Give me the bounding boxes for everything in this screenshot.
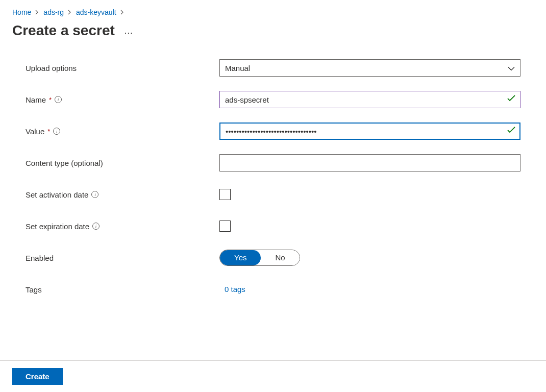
- activation-date-checkbox[interactable]: [219, 189, 231, 200]
- page-title: Create a secret: [12, 22, 115, 39]
- footer-bar: Create: [0, 360, 546, 392]
- page-header: Create a secret …: [0, 20, 546, 59]
- breadcrumb-home[interactable]: Home: [12, 8, 31, 16]
- value-input[interactable]: [219, 122, 520, 140]
- chevron-right-icon: [68, 9, 72, 16]
- breadcrumb-ads-keyvault[interactable]: ads-keyvault: [76, 8, 116, 16]
- upload-options-select[interactable]: Manual: [219, 59, 520, 77]
- checkmark-icon: [507, 127, 515, 136]
- enabled-no[interactable]: No: [261, 250, 299, 265]
- breadcrumb-ads-rg[interactable]: ads-rg: [43, 8, 64, 16]
- enabled-label: Enabled: [26, 254, 219, 262]
- tags-label: Tags: [26, 285, 219, 294]
- upload-options-label: Upload options: [26, 64, 219, 72]
- enabled-toggle[interactable]: Yes No: [219, 250, 300, 266]
- chevron-right-icon: [120, 9, 125, 16]
- info-icon[interactable]: i: [92, 223, 100, 230]
- content-type-input[interactable]: [219, 154, 520, 172]
- breadcrumb: Home ads-rg ads-keyvault: [0, 0, 546, 20]
- value-label: Value * i: [26, 127, 219, 136]
- info-icon[interactable]: i: [91, 191, 98, 198]
- name-label: Name * i: [26, 95, 219, 104]
- tags-link[interactable]: 0 tags: [219, 285, 245, 293]
- expiration-date-label: Set expiration date i: [26, 222, 219, 231]
- required-indicator: *: [47, 128, 50, 135]
- info-icon[interactable]: i: [55, 96, 62, 103]
- info-icon[interactable]: i: [53, 128, 60, 135]
- form: Upload options Manual Name * i Valu: [0, 59, 546, 298]
- name-input[interactable]: [219, 91, 520, 108]
- enabled-yes[interactable]: Yes: [220, 250, 261, 265]
- chevron-right-icon: [35, 9, 39, 16]
- chevron-down-icon: [508, 64, 515, 72]
- expiration-date-checkbox[interactable]: [219, 220, 231, 232]
- required-indicator: *: [49, 96, 52, 104]
- content-type-label: Content type (optional): [26, 159, 219, 167]
- checkmark-icon: [507, 95, 515, 104]
- activation-date-label: Set activation date i: [26, 190, 219, 199]
- create-button[interactable]: Create: [12, 368, 63, 385]
- more-actions-button[interactable]: …: [124, 26, 134, 36]
